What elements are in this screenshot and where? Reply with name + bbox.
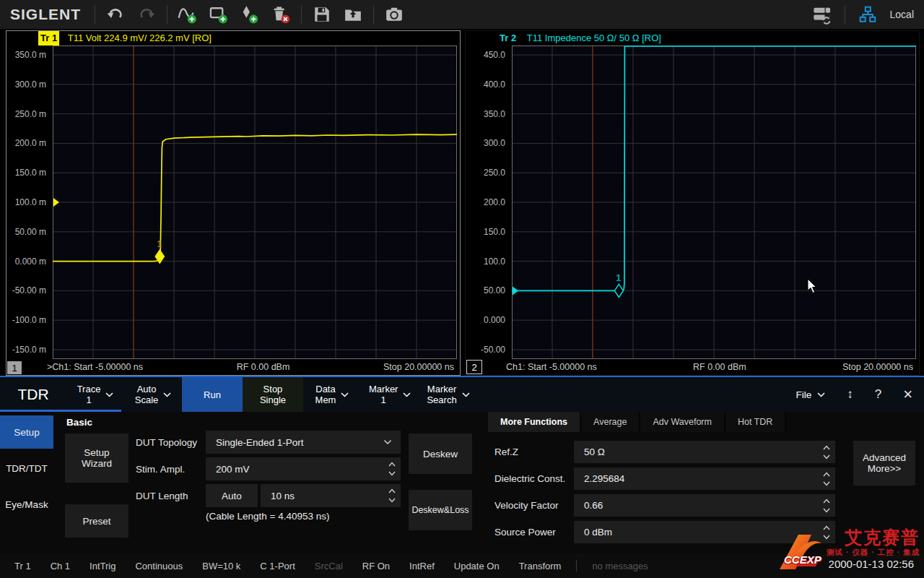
redo-icon[interactable] <box>136 4 157 25</box>
y-axis-label: -150.0 m <box>6 345 46 355</box>
spinner-icon[interactable] <box>822 470 831 488</box>
screenshot-icon[interactable] <box>383 4 405 25</box>
plot-grid[interactable]: 1 <box>53 46 457 359</box>
stimulus-stop: Stop 20.00000 ns <box>842 362 913 372</box>
toolbar-separator <box>301 5 302 24</box>
sidebar-item-eyemask[interactable]: Eye/Mask <box>0 488 53 521</box>
y-axis: 450.0400.0350.0300.0250.0200.0150.0100.0… <box>466 46 509 359</box>
tab-average[interactable]: Average <box>581 412 639 432</box>
status-ch-1: Ch 1 <box>51 561 70 571</box>
field-value: 2.295684 <box>584 473 624 484</box>
status-separator <box>576 560 577 571</box>
stimulus-start: Ch1: Start -5.00000 ns <box>506 362 597 372</box>
file-menu-label: File <box>796 389 811 400</box>
toolbar-separator <box>845 5 845 24</box>
window-number[interactable]: 2 <box>466 360 482 374</box>
system-status-icon[interactable] <box>811 4 833 25</box>
basic-group-label: Basic <box>66 417 92 428</box>
minimize-panel-icon[interactable]: ↕ <box>847 387 853 402</box>
stim-ampl-label: Stim. Ampl. <box>136 457 185 480</box>
window-number[interactable]: 1 <box>7 361 22 374</box>
chevron-down-icon <box>462 392 470 397</box>
chevron-down-icon <box>403 392 411 397</box>
status-no-messages: no messages <box>592 561 648 571</box>
menu-item-trace-1[interactable]: Trace1 <box>66 377 124 412</box>
close-icon[interactable]: × <box>903 387 912 402</box>
spinner-icon[interactable] <box>822 524 831 541</box>
velocity-factorlabel: Velocity Factor <box>494 494 559 517</box>
setup-wizard-button[interactable]: Setup Wizard <box>65 434 128 483</box>
preset-button[interactable]: Preset <box>65 504 128 538</box>
dut-topology-label: DUT Topology <box>136 431 197 454</box>
dut-length-auto-button[interactable]: Auto <box>206 484 258 507</box>
source-powerlabel: Source Power <box>494 521 556 543</box>
sidebar-item-setup[interactable]: Setup <box>0 415 53 449</box>
trace-badge[interactable]: Tr 2 <box>497 31 518 46</box>
velocity-factorinput[interactable]: 0.66 <box>574 494 835 517</box>
help-icon[interactable]: ? <box>875 387 881 402</box>
sidebar-item-tdrtdt[interactable]: TDR/TDT <box>0 452 53 485</box>
field-value: 0.66 <box>584 500 603 511</box>
chevron-down-icon <box>105 392 113 397</box>
stim-ampl-input[interactable]: 200 mV <box>206 457 401 480</box>
spinner-icon[interactable] <box>388 460 396 478</box>
connection-mode-label[interactable]: Local <box>890 9 914 20</box>
y-axis-label: -50.00 m <box>6 285 46 296</box>
tab-more-functions[interactable]: More Functions <box>488 412 580 432</box>
menu-item-marker-1[interactable]: Marker1 <box>361 377 419 412</box>
plot-area[interactable]: > 1:1.6216 ns223.62 mVDist.(Refl)160.43 … <box>53 46 457 359</box>
network-icon[interactable] <box>857 4 879 25</box>
spinner-icon[interactable] <box>822 497 831 514</box>
new-window-icon[interactable] <box>208 4 230 25</box>
recall-icon[interactable] <box>342 4 364 25</box>
dielectric-const-label: Dielectric Const. <box>494 467 565 490</box>
menu-item-marker-search[interactable]: MarkerSearch <box>419 377 477 412</box>
menu-item-auto-scale[interactable]: AutoScale <box>124 377 182 412</box>
chart-window-2[interactable]: Tr 2 T11 Impedence 50 Ω/ 50 Ω [RO] 450.0… <box>465 30 920 376</box>
tab-hot-tdr[interactable]: Hot TDR <box>725 412 785 432</box>
y-axis-label: 100.0 <box>466 256 505 267</box>
y-axis-label: 250.0 <box>466 168 505 178</box>
y-axis-label: 300.0 <box>466 138 505 148</box>
y-axis-label: 250.0 m <box>6 109 46 119</box>
advanced-more-button[interactable]: Advanced More>> <box>853 441 915 486</box>
marker-label: 1 <box>616 272 621 283</box>
menu-item-data-mem[interactable]: DataMem <box>303 377 361 412</box>
y-axis-label: 350.0 <box>466 109 505 119</box>
file-menu[interactable]: File <box>796 389 825 400</box>
spinner-icon[interactable] <box>388 487 396 504</box>
trace-badge[interactable]: Tr 1 <box>38 31 59 46</box>
plot-area[interactable]: > 1:1.6216 ns50.35 ΩDist.(Refl)160.43 mm… <box>512 46 916 359</box>
dut-length-input[interactable]: 10 ns <box>261 484 401 507</box>
y-axis-label: 300.0 m <box>6 79 46 90</box>
menu-title-tdr[interactable]: TDR <box>0 377 66 412</box>
deskew-button[interactable]: Deskew <box>409 434 472 474</box>
delete-trace-icon[interactable] <box>270 4 292 25</box>
add-marker-icon[interactable] <box>239 4 261 25</box>
plot-grid[interactable]: 1 <box>512 46 916 359</box>
status-intref: IntRef <box>409 561 435 571</box>
y-axis-label: 150.0 <box>466 227 505 237</box>
spinner-icon[interactable] <box>822 444 831 461</box>
y-axis-label: 200.0 m <box>6 138 46 148</box>
y-axis: 350.0 m300.0 m250.0 m200.0 m150.0 m100.0… <box>6 46 50 359</box>
menu-item-run[interactable]: Run <box>182 377 243 412</box>
dielectric-const-input[interactable]: 2.295684 <box>574 467 835 490</box>
ref-zinput[interactable]: 50 Ω <box>574 441 835 463</box>
source-powerinput[interactable]: 0 dBm <box>574 521 835 543</box>
deskew-loss-button[interactable]: Deskew&Loss <box>409 490 472 530</box>
menu-item-stop-single[interactable]: StopSingle <box>243 377 303 412</box>
menu-bar: TDR Trace1AutoScaleRunStopSingleDataMemM… <box>0 376 924 412</box>
chart-window-1[interactable]: Tr 1 T11 Volt 224.9 mV/ 226.2 mV [RO] 35… <box>6 30 461 376</box>
y-axis-label: 400.0 <box>466 79 505 90</box>
save-icon[interactable] <box>311 4 333 25</box>
status-bar: Tr 1Ch 1IntTrigContinuousBW=10 kC 1-Port… <box>0 553 924 578</box>
status-tr-1: Tr 1 <box>14 561 31 571</box>
undo-icon[interactable] <box>105 4 126 25</box>
trace-header: Tr 1 T11 Volt 224.9 mV/ 226.2 mV [RO] <box>6 31 460 46</box>
status-srccal: SrcCal <box>315 561 343 571</box>
function-tabs: More FunctionsAverageAdv WaveformHot TDR <box>488 412 786 432</box>
tab-adv-waveform[interactable]: Adv Waveform <box>640 412 724 432</box>
dut-topology-select[interactable]: Single-Ended 1-Port <box>206 431 401 454</box>
add-trace-icon[interactable] <box>177 4 199 25</box>
